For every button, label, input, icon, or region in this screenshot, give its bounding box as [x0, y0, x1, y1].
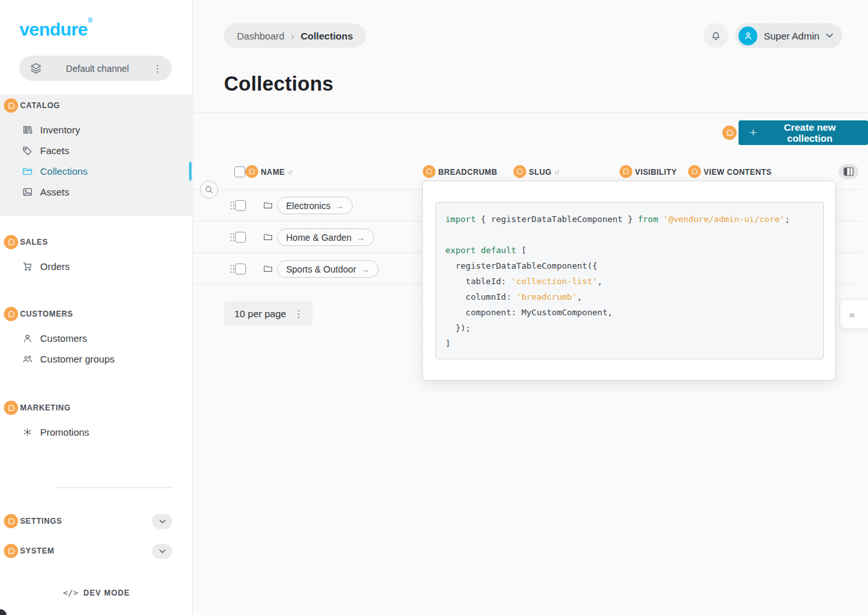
user-menu[interactable]: Super Admin [735, 23, 842, 48]
nav-section-catalog: CATALOG Inventory Facets Collections [0, 98, 193, 202]
sidebar-item-assets[interactable]: Assets [0, 181, 193, 202]
section-label-system: SYSTEM [20, 546, 54, 555]
column-settings-button[interactable] [839, 164, 858, 179]
row-checkbox[interactable] [235, 232, 246, 243]
facets-icon [21, 145, 33, 156]
drag-handle[interactable] [230, 264, 235, 274]
breadcrumb-collections[interactable]: Collections [300, 30, 353, 41]
plus-icon: + [750, 126, 757, 140]
nav-section-settings[interactable]: SETTINGS [0, 512, 193, 530]
breadcrumb-dashboard[interactable]: Dashboard [237, 30, 284, 41]
corner-fab-partial[interactable] [0, 609, 6, 615]
row-checkbox[interactable] [235, 200, 246, 211]
dev-extension-badge[interactable] [4, 401, 18, 415]
column-header-name[interactable]: NAME [261, 168, 285, 177]
nav-section-marketing: MARKETING Promotions [0, 401, 193, 442]
dev-mode-label: DEV MODE [83, 588, 130, 598]
channel-switcher[interactable]: Default channel ⋮ [19, 56, 172, 81]
sidebar-item-inventory[interactable]: Inventory [0, 119, 193, 140]
code-line: columnId: 'breadcrumb', [445, 289, 816, 305]
channel-menu-icon[interactable]: ⋮ [153, 63, 162, 73]
sidebar-divider [55, 487, 172, 488]
sidebar-item-collections[interactable]: Collections [0, 161, 193, 181]
sidebar-item-label: Collections [40, 166, 87, 177]
dev-extension-badge[interactable] [688, 165, 701, 178]
dev-extension-badge[interactable] [4, 235, 18, 249]
column-header-view-contents: VIEW CONTENTS [704, 168, 772, 177]
column-header-breadcrumb: BREADCRUMB [438, 168, 497, 177]
drag-handle[interactable] [230, 201, 235, 210]
double-chevron-right-icon: » [849, 309, 854, 320]
chevron-down-icon [159, 519, 166, 524]
per-page-label: 10 per page [234, 308, 286, 319]
channel-label: Default channel [42, 63, 153, 74]
chevron-down-icon [159, 549, 166, 554]
sidebar-item-customer-groups[interactable]: Customer groups [0, 348, 193, 369]
code-line: import { registerDataTableComponent } fr… [445, 212, 816, 227]
collection-chip[interactable]: Sports & Outdoor → [277, 260, 379, 278]
promotions-icon [21, 427, 33, 437]
collection-chip[interactable]: Electronics → [277, 197, 353, 214]
dev-extension-badge[interactable] [619, 165, 632, 178]
dev-extension-badge[interactable] [4, 544, 18, 558]
row-checkbox[interactable] [235, 263, 246, 274]
sidebar-item-label: Orders [40, 261, 70, 272]
logo-text: vendure [19, 19, 87, 39]
collection-name: Sports & Outdoor [286, 264, 356, 274]
sidebar-item-label: Customer groups [40, 353, 115, 364]
items-per-page-select[interactable]: 10 per page ⋮ [224, 301, 313, 326]
folder-icon [263, 263, 273, 274]
dev-extension-badge[interactable] [4, 307, 18, 321]
section-label-sales: SALES [20, 238, 48, 247]
notifications-button[interactable] [704, 23, 728, 48]
expand-system-button[interactable] [152, 544, 172, 559]
sidebar-item-orders[interactable]: Orders [0, 256, 193, 276]
code-line: }); [445, 320, 816, 336]
dev-mode-toggle[interactable]: </> DEV MODE [0, 588, 193, 598]
collection-name: Home & Garden [286, 232, 351, 243]
sidebar-item-label: Facets [40, 145, 69, 156]
bell-icon [710, 30, 722, 41]
sidebar-item-facets[interactable]: Facets [0, 140, 193, 161]
sidebar-item-label: Assets [40, 186, 69, 197]
sort-icon[interactable]: ↓↑ [287, 168, 292, 175]
sidebar-item-label: Promotions [40, 427, 89, 438]
next-page-button[interactable]: » [840, 299, 868, 329]
active-item-indicator [189, 162, 192, 181]
customer-groups-icon [21, 353, 33, 364]
create-button-label: Create new collection [762, 122, 857, 144]
sidebar-item-label: Inventory [40, 124, 80, 135]
code-block: import { registerDataTableComponent } fr… [436, 202, 824, 359]
avatar [739, 27, 757, 45]
dev-extension-badge[interactable] [513, 165, 526, 178]
code-line [445, 227, 816, 243]
vendure-logo[interactable]: vendure® [19, 17, 92, 40]
drag-handle[interactable] [230, 232, 235, 242]
dev-extension-badge[interactable] [245, 165, 258, 178]
collection-chip[interactable]: Home & Garden → [277, 229, 374, 246]
create-new-collection-button[interactable]: + Create new collection [739, 120, 868, 145]
search-icon [205, 185, 214, 194]
columns-icon [843, 167, 854, 176]
sort-icon[interactable]: ↓↑ [554, 168, 559, 175]
column-header-slug[interactable]: SLUG [529, 168, 551, 177]
user-name: Super Admin [764, 30, 819, 41]
folder-icon [263, 200, 273, 210]
table-search-button[interactable] [200, 181, 218, 199]
sidebar-item-customers[interactable]: Customers [0, 328, 193, 348]
code-brackets-icon: </> [63, 588, 78, 598]
arrow-right-icon: → [361, 264, 370, 274]
sidebar-item-promotions[interactable]: Promotions [0, 421, 193, 442]
user-icon [743, 30, 753, 41]
nav-section-system[interactable]: SYSTEM [0, 542, 193, 560]
dev-extension-badge[interactable] [4, 514, 18, 528]
dev-extension-badge[interactable] [423, 165, 436, 178]
expand-settings-button[interactable] [152, 514, 172, 529]
dev-extension-badge[interactable] [722, 126, 737, 140]
select-all-checkbox[interactable] [234, 166, 245, 177]
dev-extension-badge[interactable] [4, 98, 18, 113]
collections-icon [21, 166, 33, 177]
arrow-right-icon: → [356, 232, 365, 243]
code-line: tableId: 'collection-list', [445, 274, 816, 289]
layers-icon [30, 62, 42, 74]
